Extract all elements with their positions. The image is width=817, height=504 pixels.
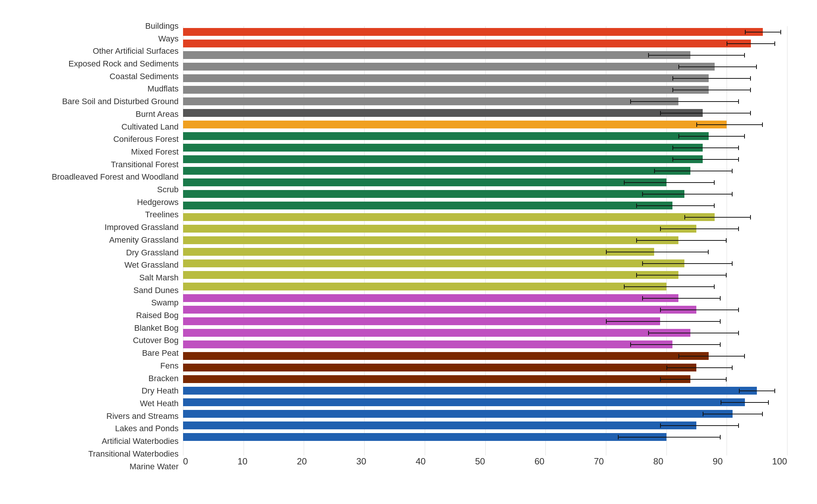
error-cap-right (720, 342, 721, 347)
error-cap-right (750, 76, 751, 81)
bar-track (183, 61, 787, 72)
error-bar (696, 124, 763, 125)
error-cap-right (732, 365, 733, 370)
error-cap-right (720, 319, 721, 324)
error-cap-left (745, 30, 746, 34)
bar-row (183, 142, 787, 153)
bar-row (183, 96, 787, 107)
error-cap-right (744, 53, 745, 57)
error-cap-left (636, 238, 637, 243)
bar-row (183, 153, 787, 165)
bar-fill (183, 329, 690, 336)
error-bar (678, 136, 745, 137)
error-cap-right (732, 261, 733, 266)
error-cap-right (756, 65, 757, 69)
error-cap-left (678, 354, 679, 358)
error-bar (684, 217, 751, 218)
bar-row (183, 200, 787, 211)
bar-fill (183, 144, 703, 151)
error-bar (666, 367, 733, 368)
error-bar (642, 194, 733, 195)
error-cap-right (708, 250, 709, 254)
error-cap-right (762, 412, 763, 416)
error-bar (642, 263, 733, 264)
bar-fill (183, 317, 660, 325)
error-bar (624, 286, 715, 287)
bar-fill (183, 248, 654, 255)
bar-track (183, 38, 787, 49)
bar-track (183, 119, 787, 130)
bar-row (183, 420, 787, 431)
error-bar (660, 228, 739, 229)
x-tick: 70 (594, 456, 604, 467)
error-bar (678, 356, 745, 357)
bar-row (183, 327, 787, 339)
bar-fill (183, 121, 727, 128)
error-cap-right (714, 180, 715, 185)
error-bar (660, 425, 739, 426)
bar-row (183, 84, 787, 96)
error-cap-right (750, 215, 751, 220)
error-cap-right (738, 146, 739, 150)
error-cap-left (636, 273, 637, 277)
error-bar (630, 344, 721, 345)
bar-fill (183, 132, 709, 140)
bar-row (183, 26, 787, 38)
error-cap-left (642, 261, 643, 266)
error-cap-left (624, 284, 625, 289)
error-cap-right (720, 296, 721, 301)
bar-track (183, 154, 787, 165)
error-cap-right (750, 88, 751, 92)
error-bar (660, 379, 727, 380)
bar-fill (183, 167, 690, 174)
bar-track (183, 96, 787, 107)
error-cap-left (678, 65, 679, 69)
error-cap-left (630, 99, 631, 104)
bar-track (183, 200, 787, 211)
error-bar (660, 113, 751, 113)
error-cap-right (720, 435, 721, 439)
bar-row (183, 72, 787, 84)
bar-row (183, 49, 787, 61)
error-cap-right (726, 273, 727, 277)
error-bar (721, 402, 769, 403)
bar-fill (183, 340, 672, 348)
bars-area: 0102030405060708090100 (183, 26, 787, 467)
x-tick: 100 (772, 456, 787, 467)
bar-track (183, 351, 787, 361)
bar-row (183, 304, 787, 315)
x-tick: 90 (713, 456, 723, 467)
error-cap-left (678, 134, 679, 139)
bar-row (183, 107, 787, 119)
bar-track (183, 108, 787, 118)
bar-fill (183, 202, 672, 209)
error-bar (745, 32, 781, 32)
bar-fill (183, 97, 678, 105)
error-cap-left (660, 423, 661, 428)
bar-track (183, 212, 787, 223)
error-cap-left (727, 41, 727, 46)
x-tick: 20 (297, 456, 307, 467)
error-bar (648, 333, 739, 333)
error-cap-right (726, 377, 727, 382)
bar-row (183, 119, 787, 130)
bar-fill (183, 213, 715, 221)
bar-fill (183, 74, 709, 82)
x-tick: 40 (416, 456, 426, 467)
x-tick: 50 (475, 456, 485, 467)
bar-track (183, 84, 787, 95)
grid-line (787, 26, 787, 455)
bars-list (183, 26, 787, 454)
bar-row (183, 281, 787, 292)
error-cap-left (739, 389, 740, 393)
bar-track (183, 432, 787, 442)
bar-fill (183, 398, 745, 406)
bar-row (183, 350, 787, 362)
bar-track (183, 339, 787, 350)
error-cap-left (636, 203, 637, 208)
error-cap-right (762, 122, 763, 127)
error-bar (618, 437, 721, 438)
error-cap-right (738, 99, 739, 104)
bar-row (183, 38, 787, 49)
error-bar (672, 159, 739, 160)
